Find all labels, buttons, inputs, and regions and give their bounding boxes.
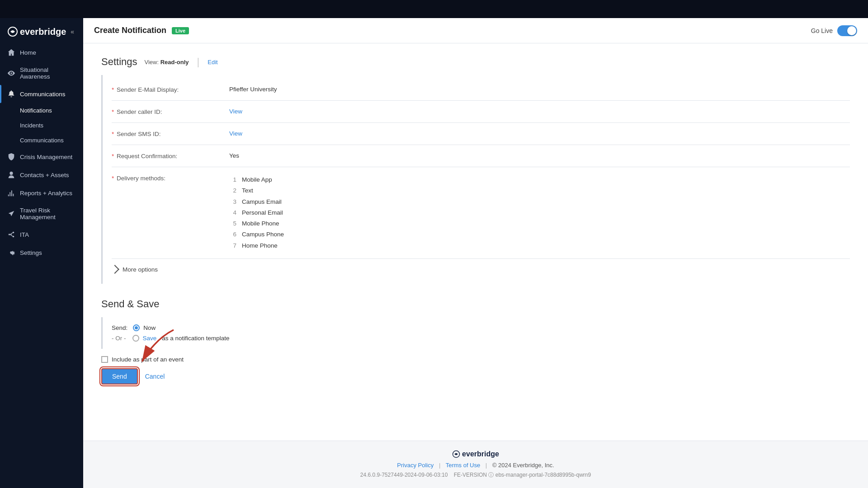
divider xyxy=(112,100,850,101)
sidebar-item-incidents[interactable]: Incidents xyxy=(0,118,83,133)
settings-section-title: Settings View: Read-only | Edit xyxy=(101,56,850,68)
field-label-confirmation: * Request Confirmation: xyxy=(112,152,229,160)
sidebar-item-contacts-assets[interactable]: Contacts + Assets xyxy=(0,166,83,184)
logo-text: everbridge xyxy=(20,27,66,37)
field-row-confirmation: * Request Confirmation: Yes xyxy=(112,149,850,163)
field-row-email: * Sender E-Mail Display: Pfieffer Univer… xyxy=(112,82,850,97)
sidebar-item-notifications[interactable]: Notifications xyxy=(0,103,83,118)
divider xyxy=(112,122,850,123)
go-live-area: Go Live xyxy=(811,25,857,36)
field-value-caller-id: View xyxy=(229,108,850,115)
field-value-email: Pfieffer University xyxy=(229,86,850,93)
divider xyxy=(112,145,850,145)
send-now-row: Send: Now xyxy=(112,323,850,333)
copyright: © 2024 Everbridge, Inc. xyxy=(492,462,554,469)
sidebar-item-communications[interactable]: Communications xyxy=(0,85,83,103)
terms-of-use-link[interactable]: Terms of Use xyxy=(446,462,481,469)
toggle-knob xyxy=(847,26,856,35)
sidebar-item-travel-risk[interactable]: Travel Risk Management xyxy=(0,202,83,225)
send-button[interactable]: Send xyxy=(101,368,138,385)
sidebar-item-home[interactable]: Home xyxy=(0,43,83,61)
sidebar-item-settings[interactable]: Settings xyxy=(0,244,83,262)
go-live-label: Go Live xyxy=(811,27,833,34)
list-item: 7Home Phone xyxy=(229,240,850,251)
home-icon xyxy=(7,48,15,56)
field-row-delivery-methods: * Delivery methods: 1Mobile App 2Text 3C… xyxy=(112,171,850,255)
sidebar-item-situational-awareness[interactable]: Situational Awareness xyxy=(0,61,83,85)
chart-icon xyxy=(7,189,15,197)
sidebar-label-incidents: Incidents xyxy=(20,122,43,129)
bell-icon xyxy=(7,90,15,98)
sidebar-label-communications: Communications xyxy=(20,91,66,98)
sidebar-item-crisis-management[interactable]: Crisis Management xyxy=(0,148,83,166)
cancel-button[interactable]: Cancel xyxy=(143,369,167,384)
network-icon xyxy=(7,230,15,239)
view-mode: Read-only xyxy=(160,59,189,66)
footer-logo-text: everbridge xyxy=(462,450,499,458)
footer: everbridge Privacy Policy | Terms of Use… xyxy=(83,441,868,488)
sidebar-item-communications-sub[interactable]: Communications xyxy=(0,133,83,148)
list-item: 1Mobile App xyxy=(229,174,850,185)
save-label: Save xyxy=(143,335,157,342)
list-item: 6Campus Phone xyxy=(229,229,850,240)
field-value-sms-id: View xyxy=(229,130,850,137)
edit-link[interactable]: Edit xyxy=(208,59,217,66)
sidebar-label-situational-awareness: Situational Awareness xyxy=(20,66,76,80)
sidebar: everbridge « Home Situational Awareness … xyxy=(0,18,83,488)
main-area: Create Notification Live Go Live Setting… xyxy=(83,18,868,488)
sidebar-item-ita[interactable]: ITA xyxy=(0,225,83,244)
save-template-radio[interactable] xyxy=(132,335,139,342)
sidebar-label-contacts-assets: Contacts + Assets xyxy=(20,172,69,178)
list-item: 4Personal Email xyxy=(229,207,850,218)
svg-point-2 xyxy=(13,232,14,234)
view-label: View: Read-only xyxy=(145,59,189,66)
footer-logo-icon xyxy=(452,450,460,458)
sidebar-label-communications-sub: Communications xyxy=(20,137,64,144)
field-row-sms-id: * Sender SMS ID: View xyxy=(112,127,850,141)
footer-logo: everbridge xyxy=(92,450,859,458)
delivery-list: 1Mobile App 2Text 3Campus Email 4Persona… xyxy=(229,174,850,251)
include-event-label: Include as part of an event xyxy=(112,356,184,363)
include-event-row: Include as part of an event xyxy=(101,356,850,363)
settings-title-text: Settings xyxy=(101,56,137,68)
field-label-delivery: * Delivery methods: xyxy=(112,174,229,182)
send-now-radio[interactable] xyxy=(133,324,140,331)
divider xyxy=(112,167,850,167)
sidebar-label-reports-analytics: Reports + Analytics xyxy=(20,190,72,197)
header-bar: Create Notification Live Go Live xyxy=(83,18,868,43)
page-title: Create Notification xyxy=(94,26,166,35)
logo-icon xyxy=(7,26,18,37)
settings-card: * Sender E-Mail Display: Pfieffer Univer… xyxy=(101,75,850,284)
save-as-label: as a notification template xyxy=(162,335,229,342)
action-buttons: Send Cancel xyxy=(101,368,850,385)
send-save-card: Send: Now - Or - Save as a notification … xyxy=(101,317,850,349)
sidebar-label-crisis-management: Crisis Management xyxy=(20,154,72,160)
list-item: 3Campus Email xyxy=(229,197,850,207)
go-live-toggle[interactable] xyxy=(837,25,857,36)
gear-icon xyxy=(7,249,15,257)
top-bar xyxy=(0,0,868,18)
live-badge: Live xyxy=(172,27,189,34)
header-title-area: Create Notification Live xyxy=(94,26,189,35)
svg-point-3 xyxy=(13,236,14,238)
sidebar-item-reports-analytics[interactable]: Reports + Analytics xyxy=(0,184,83,202)
send-save-title: Send & Save xyxy=(101,298,850,310)
sidebar-logo-area: everbridge « xyxy=(0,18,83,43)
privacy-policy-link[interactable]: Privacy Policy xyxy=(397,462,434,469)
field-label-email: * Sender E-Mail Display: xyxy=(112,86,229,93)
sidebar-label-home: Home xyxy=(20,49,36,56)
field-row-caller-id: * Sender caller ID: View xyxy=(112,104,850,119)
field-label-sms-id: * Sender SMS ID: xyxy=(112,130,229,137)
caller-id-link[interactable]: View xyxy=(229,108,242,115)
shield-icon xyxy=(7,153,15,161)
include-event-checkbox[interactable] xyxy=(101,356,108,363)
sidebar-collapse-button[interactable]: « xyxy=(69,26,76,37)
more-options-toggle[interactable]: More options xyxy=(112,263,850,277)
page-content: Settings View: Read-only | Edit * Sender… xyxy=(83,43,868,441)
sms-id-link[interactable]: View xyxy=(229,130,242,137)
now-label: Now xyxy=(143,324,156,331)
person-icon xyxy=(7,171,15,179)
sidebar-label-ita: ITA xyxy=(20,231,29,238)
list-item: 5Mobile Phone xyxy=(229,218,850,229)
sidebar-label-travel-risk: Travel Risk Management xyxy=(20,207,76,221)
